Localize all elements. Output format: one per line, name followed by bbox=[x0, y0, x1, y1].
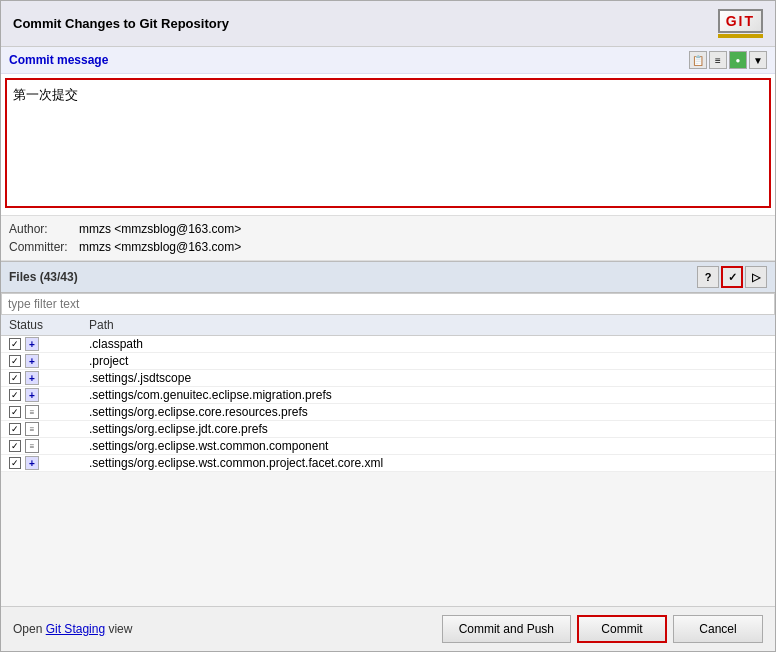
files-header: Files (43/43) ? ✓ ▷ bbox=[1, 261, 775, 293]
commit-message-section-label: Commit message 📋 ≡ ● ▼ bbox=[1, 47, 775, 74]
commit-and-push-button[interactable]: Commit and Push bbox=[442, 615, 571, 643]
commit-button[interactable]: Commit bbox=[577, 615, 667, 643]
files-help-btn[interactable]: ? bbox=[697, 266, 719, 288]
author-row: Author: mmzs <mmzsblog@163.com> bbox=[9, 220, 767, 238]
view-text: view bbox=[108, 622, 132, 636]
file-checkbox[interactable] bbox=[9, 440, 21, 452]
toolbar-btn-list[interactable]: ≡ bbox=[709, 51, 727, 69]
file-checkbox[interactable] bbox=[9, 338, 21, 350]
table-row: ≡.settings/org.eclipse.core.resources.pr… bbox=[1, 404, 775, 421]
file-path: .settings/org.eclipse.core.resources.pre… bbox=[89, 405, 767, 419]
file-path: .classpath bbox=[89, 337, 767, 351]
table-row: ≡.settings/org.eclipse.wst.common.compon… bbox=[1, 438, 775, 455]
file-path: .project bbox=[89, 354, 767, 368]
author-value: mmzs <mmzsblog@163.com> bbox=[79, 222, 241, 236]
commit-message-toolbar: 📋 ≡ ● ▼ bbox=[689, 51, 767, 69]
dialog-footer: Open Git Staging view Commit and Push Co… bbox=[1, 606, 775, 651]
commit-message-label: Commit message bbox=[9, 53, 108, 67]
git-logo-underline bbox=[718, 34, 763, 38]
file-type-icon: ≡ bbox=[25, 439, 39, 453]
commit-dialog: Commit Changes to Git Repository GIT Com… bbox=[0, 0, 776, 652]
table-row: +.project bbox=[1, 353, 775, 370]
footer-buttons: Commit and Push Commit Cancel bbox=[442, 615, 763, 643]
toolbar-btn-green[interactable]: ● bbox=[729, 51, 747, 69]
table-row: +.settings/org.eclipse.wst.common.projec… bbox=[1, 455, 775, 472]
file-checkbox[interactable] bbox=[9, 355, 21, 367]
files-more-btn[interactable]: ▷ bbox=[745, 266, 767, 288]
cancel-button[interactable]: Cancel bbox=[673, 615, 763, 643]
table-row: +.settings/com.genuitec.eclipse.migratio… bbox=[1, 387, 775, 404]
file-path: .settings/org.eclipse.wst.common.compone… bbox=[89, 439, 767, 453]
file-checkbox[interactable] bbox=[9, 423, 21, 435]
table-row: ≡.settings/org.eclipse.jdt.core.prefs bbox=[1, 421, 775, 438]
files-check-btn[interactable]: ✓ bbox=[721, 266, 743, 288]
file-checkbox[interactable] bbox=[9, 406, 21, 418]
file-status-cell: ≡ bbox=[9, 405, 89, 419]
commit-message-input[interactable] bbox=[5, 78, 771, 208]
open-text: Open bbox=[13, 622, 42, 636]
file-rows-container: +.classpath+.project+.settings/.jsdtscop… bbox=[1, 336, 775, 472]
file-checkbox[interactable] bbox=[9, 389, 21, 401]
filter-input[interactable] bbox=[1, 293, 775, 315]
file-type-icon: ≡ bbox=[25, 422, 39, 436]
git-logo: GIT bbox=[718, 9, 763, 33]
commit-message-area bbox=[1, 74, 775, 215]
files-section: Files (43/43) ? ✓ ▷ Status Path +.classp… bbox=[1, 261, 775, 606]
committer-value: mmzs <mmzsblog@163.com> bbox=[79, 240, 241, 254]
file-status-cell: + bbox=[9, 388, 89, 402]
file-checkbox[interactable] bbox=[9, 457, 21, 469]
file-checkbox[interactable] bbox=[9, 372, 21, 384]
file-status-cell: ≡ bbox=[9, 422, 89, 436]
file-type-icon: + bbox=[25, 371, 39, 385]
toolbar-btn-dropdown[interactable]: ▼ bbox=[749, 51, 767, 69]
files-table-container: Status Path +.classpath+.project+.settin… bbox=[1, 315, 775, 606]
file-type-icon: + bbox=[25, 354, 39, 368]
author-label: Author: bbox=[9, 222, 79, 236]
file-status-cell: ≡ bbox=[9, 439, 89, 453]
table-row: +.classpath bbox=[1, 336, 775, 353]
col-path-header: Path bbox=[89, 318, 767, 332]
table-row: +.settings/.jsdtscope bbox=[1, 370, 775, 387]
file-status-cell: + bbox=[9, 456, 89, 470]
files-list: Status Path +.classpath+.project+.settin… bbox=[1, 315, 775, 606]
file-status-cell: + bbox=[9, 354, 89, 368]
file-type-icon: + bbox=[25, 456, 39, 470]
git-staging-link[interactable]: Git Staging bbox=[46, 622, 105, 636]
committer-row: Committer: mmzs <mmzsblog@163.com> bbox=[9, 238, 767, 256]
footer-left: Open Git Staging view bbox=[13, 622, 132, 636]
dialog-header: Commit Changes to Git Repository GIT bbox=[1, 1, 775, 47]
table-header: Status Path bbox=[1, 315, 775, 336]
git-logo-container: GIT bbox=[718, 9, 763, 38]
file-status-cell: + bbox=[9, 337, 89, 351]
author-section: Author: mmzs <mmzsblog@163.com> Committe… bbox=[1, 215, 775, 261]
file-path: .settings/org.eclipse.wst.common.project… bbox=[89, 456, 767, 470]
file-path: .settings/.jsdtscope bbox=[89, 371, 767, 385]
file-type-icon: ≡ bbox=[25, 405, 39, 419]
file-type-icon: + bbox=[25, 337, 39, 351]
toolbar-btn-clipboard[interactable]: 📋 bbox=[689, 51, 707, 69]
col-status-header: Status bbox=[9, 318, 89, 332]
files-title: Files (43/43) bbox=[9, 270, 78, 284]
file-path: .settings/org.eclipse.jdt.core.prefs bbox=[89, 422, 767, 436]
file-status-cell: + bbox=[9, 371, 89, 385]
committer-label: Committer: bbox=[9, 240, 79, 254]
file-path: .settings/com.genuitec.eclipse.migration… bbox=[89, 388, 767, 402]
files-toolbar: ? ✓ ▷ bbox=[697, 266, 767, 288]
dialog-title: Commit Changes to Git Repository bbox=[13, 16, 229, 31]
file-type-icon: + bbox=[25, 388, 39, 402]
